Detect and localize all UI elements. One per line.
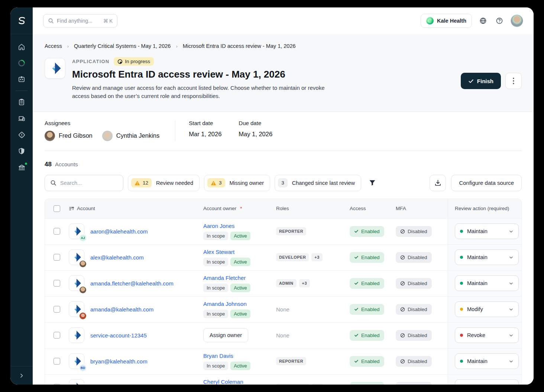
action-status-dot [460,230,463,233]
account-link[interactable]: aaron@kalehealth.com [90,228,148,235]
download-button[interactable] [430,175,446,191]
sort-icon[interactable] [69,206,74,211]
global-search[interactable]: ⌘ K [43,14,117,27]
sidebar-item-code-box[interactable] [15,74,28,85]
account-link[interactable]: cheryl.coleman@kalehealth.com [90,384,171,385]
sidebar-item-clipboard[interactable] [15,96,28,108]
assign-owner-button[interactable]: Assign owner [203,328,248,342]
sidebar-divider [16,91,27,91]
owner-mini-avatar: BD [79,364,87,372]
account-link[interactable]: amanda.fletcher@kalehealth.com [90,280,174,287]
roles-none: None [276,306,289,313]
warning-icon [135,180,140,186]
sidebar-item-progress-ring[interactable] [15,57,28,69]
sidebar-item-bank[interactable] [15,161,28,173]
col-mfa: MFA [396,206,406,211]
owner-link[interactable]: Aaron Jones [203,223,234,229]
accounts-toolbar: 12 Review needed 3 Missing owner 3 Chang… [45,175,522,191]
breadcrumb-access[interactable]: Access [45,43,62,49]
owner-mini-avatar: AJ [79,234,87,242]
page-description: Review and manage user access for each a… [72,84,343,100]
sidebar-item-home[interactable] [15,41,28,53]
filter-chip[interactable]: 3 Missing owner [204,175,270,191]
chevron-down-icon [509,307,514,312]
row-checkbox[interactable] [54,384,60,385]
accounts-table: Account Account owner* Roles Access MFA … [45,199,522,385]
org-name: Kale Health [437,18,466,24]
help-icon[interactable] [494,16,505,26]
accounts-search[interactable] [45,175,123,191]
globe-icon[interactable] [478,16,488,26]
roles-cell: REPORTER [276,227,350,235]
org-switcher-button[interactable]: Kale Health [421,14,472,28]
role-chip: ADMIN [276,279,297,287]
row-checkbox[interactable] [54,280,60,287]
breadcrumb-campaign[interactable]: Quarterly Critical Systems - May 1, 2026 [74,43,171,49]
chevron-down-icon [509,281,514,286]
account-link[interactable]: amanda@kalehealth.com [90,306,153,313]
sidebar-item-shield[interactable] [15,145,28,157]
more-actions-button[interactable] [505,73,522,89]
table-header-row: Account Account owner* Roles Access MFA … [45,199,521,218]
owner-link[interactable]: Amanda Johnson [203,301,247,307]
owner-chip: Active [230,284,250,292]
assignees-label: Assignees [45,120,159,126]
review-meta: Assignees Fred Gibson Cynthia Jenkins St… [33,112,534,151]
review-action-select[interactable]: Revoke [455,327,519,343]
owner-chip: Active [230,362,250,370]
review-action-select[interactable]: Maintain [455,275,519,291]
role-chip: REPORTER [276,357,306,365]
org-logo-icon [426,17,434,24]
mfa-status-chip: Disabled [396,382,432,385]
action-status-dot [460,334,463,337]
account-link[interactable]: service-account-12345 [90,332,147,339]
chevron-right-icon: › [176,43,177,49]
owner-chip: In scope [203,232,228,240]
accounts-search-input[interactable] [60,180,118,186]
user-avatar[interactable] [511,14,523,27]
owner-chip: In scope [203,362,228,370]
owner-link[interactable]: Cheryl Coleman [203,379,243,385]
review-action-select[interactable]: Maintain [455,223,519,239]
account-link[interactable]: bryan@kalehealth.com [90,358,148,365]
download-icon [434,179,441,186]
select-all-checkbox[interactable] [54,205,60,212]
owner-mini-avatar [79,312,87,320]
review-action-select[interactable]: Maintain [455,379,519,385]
filter-chip[interactable]: 12 Review needed [128,175,200,191]
mfa-status-chip: Disabled [396,330,432,341]
role-chip: +3 [311,253,323,261]
row-checkbox[interactable] [54,306,60,313]
check-icon [354,281,359,285]
owner-link[interactable]: Alex Stewart [203,249,234,255]
row-checkbox[interactable] [54,358,60,365]
start-date-value: Mar 1, 2026 [189,131,221,138]
avatar [45,131,55,141]
row-checkbox[interactable] [54,228,60,235]
filter-icon[interactable] [366,176,379,190]
in-progress-icon [117,59,123,64]
row-checkbox[interactable] [54,254,60,261]
notification-dot [25,162,27,165]
review-action-select[interactable]: Maintain [455,249,519,265]
roles-cell: DEVELOPER+3 [276,253,350,261]
review-action-select[interactable]: Modify [455,301,519,317]
finish-button[interactable]: Finish [461,73,501,89]
global-search-input[interactable] [57,18,100,24]
account-link[interactable]: alex@kalehealth.com [90,254,144,261]
breadcrumb: Access › Quarterly Critical Systems - Ma… [45,43,522,49]
sidebar-item-risk-diamond[interactable] [15,129,28,141]
owner-link[interactable]: Bryan Davis [203,353,233,359]
required-asterisk: * [240,206,242,211]
configure-data-source-button[interactable]: Configure data source [451,175,522,191]
roles-cell: ADMIN+3 [276,279,350,287]
action-status-dot [460,282,463,285]
row-checkbox[interactable] [54,332,60,339]
owner-link[interactable]: Amanda Fletcher [203,275,246,281]
slash-circle-icon [400,333,405,338]
review-action-select[interactable]: Maintain [455,353,519,369]
sidebar-expand-button[interactable] [15,370,28,382]
sidebar-item-devices[interactable] [15,112,28,124]
filter-chip[interactable]: 3 Changed since last review [275,175,361,191]
search-icon [48,18,54,24]
